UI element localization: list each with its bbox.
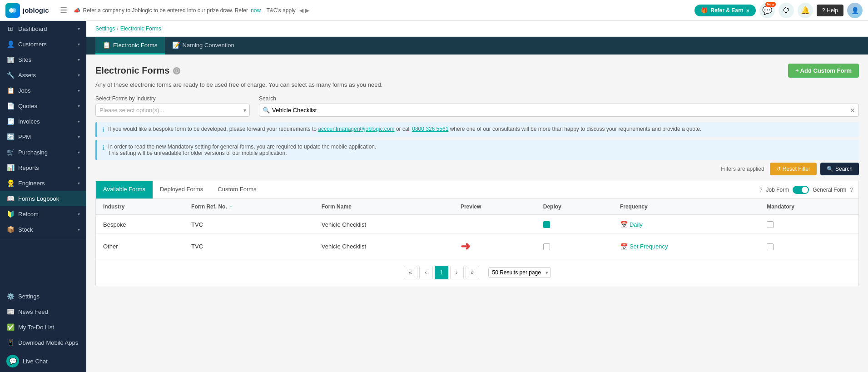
- industry-filter-group: Select Forms by Industry Please select o…: [95, 95, 250, 117]
- chat-icon-btn[interactable]: 💬 New: [759, 3, 775, 18]
- cell-form-name: Vehicle Checklist: [314, 215, 453, 234]
- nav-arrows[interactable]: ◀ ▶: [299, 7, 309, 14]
- frequency-link[interactable]: 📅 Daily: [620, 221, 752, 228]
- search-button[interactable]: 🔍 Search: [820, 163, 859, 175]
- notification-icon-btn[interactable]: 🔔: [798, 3, 813, 18]
- per-page-select[interactable]: 50 Results per page: [488, 267, 551, 278]
- sidebar-item-quotes[interactable]: 📄 Quotes ▾: [0, 98, 86, 114]
- sub-tab-deployed-forms[interactable]: Deployed Forms: [153, 181, 210, 198]
- set-frequency-link[interactable]: 📅 Set Frequency: [620, 243, 752, 250]
- info-banner-1-text: If you would like a bespoke form to be d…: [108, 126, 701, 132]
- stock-icon: 📦: [6, 226, 15, 233]
- logo[interactable]: joblogic: [5, 3, 49, 18]
- sidebar-item-ppm[interactable]: 🔄 PPM ▾: [0, 129, 86, 144]
- page-1-button[interactable]: 1: [435, 266, 448, 279]
- col-form-name: Form Name: [314, 199, 453, 215]
- sub-tab-available-forms[interactable]: Available Forms: [96, 181, 153, 198]
- sidebar-item-news-feed[interactable]: 📰 News Feed: [0, 304, 86, 319]
- col-form-ref[interactable]: Form Ref. No. ↑: [184, 199, 314, 215]
- sidebar-item-my-to-do-list[interactable]: ✅ My To-Do List: [0, 319, 86, 335]
- sidebar-item-dashboard[interactable]: ⊞ Dashboard ▾: [0, 21, 86, 36]
- sidebar-item-reports[interactable]: 📊 Reports ▾: [0, 160, 86, 175]
- timer-icon-btn[interactable]: ⏱: [779, 3, 794, 18]
- electronic-forms-tab-label: Electronic Forms: [113, 42, 158, 49]
- search-input[interactable]: [259, 104, 859, 117]
- announce-icon: 📣: [74, 7, 80, 14]
- general-form-label: General Form: [813, 187, 846, 193]
- tab-naming-convention[interactable]: 📝 Naming Convention: [165, 37, 242, 55]
- mandatory-checkbox-2[interactable]: [767, 243, 774, 250]
- table-header: Industry Form Ref. No. ↑ Form Name Previ…: [96, 199, 858, 215]
- live-chat-button[interactable]: 💬 Live Chat: [0, 350, 86, 372]
- reports-icon: 📊: [6, 164, 15, 171]
- info-banner-2: ℹ In order to read the new Mandatory set…: [95, 140, 859, 160]
- sidebar-item-purchasing[interactable]: 🛒 Purchasing ▾: [0, 144, 86, 160]
- breadcrumb-parent[interactable]: Settings: [95, 25, 115, 32]
- reset-filter-button[interactable]: ↺ Reset Filter: [770, 163, 817, 175]
- mandatory-checkbox[interactable]: [767, 221, 774, 228]
- sidebar-label-jobs: Jobs: [18, 87, 30, 94]
- refer-earn-button[interactable]: 🎁 Refer & Earn »: [694, 5, 755, 16]
- sidebar-label-engineers: Engineers: [18, 180, 45, 187]
- col-deploy: Deploy: [536, 199, 613, 215]
- cell-frequency: 📅 Daily: [613, 215, 759, 234]
- col-industry: Industry: [96, 199, 184, 215]
- sub-tab-custom-forms[interactable]: Custom Forms: [210, 181, 263, 198]
- general-form-toggle[interactable]: [793, 186, 809, 194]
- sidebar-label-assets: Assets: [18, 72, 36, 79]
- cell-form-ref: TVC: [184, 215, 314, 234]
- sidebar-item-jobs[interactable]: 📋 Jobs ▾: [0, 83, 86, 98]
- chevron-icon: ▾: [78, 134, 80, 139]
- email-link[interactable]: accountmanager@joblogic.com: [318, 126, 394, 132]
- sidebar-label-download-mobile: Download Mobile Apps: [18, 339, 78, 346]
- avatar[interactable]: 👤: [847, 3, 863, 18]
- tabs-bar: 📋 Electronic Forms 📝 Naming Convention: [86, 37, 868, 55]
- sidebar-item-assets[interactable]: 🔧 Assets ▾: [0, 67, 86, 83]
- search-filter-label: Search: [259, 95, 859, 102]
- first-page-button[interactable]: «: [404, 266, 417, 279]
- phone-link[interactable]: 0800 326 5561: [412, 126, 448, 132]
- cell-mandatory: [759, 215, 858, 234]
- help-button[interactable]: ? Help: [817, 5, 843, 16]
- industry-select[interactable]: Please select option(s)...: [95, 104, 250, 117]
- settings-icon: ⚙️: [6, 293, 15, 300]
- col-frequency: Frequency: [613, 199, 759, 215]
- sidebar-item-download-mobile[interactable]: 📱 Download Mobile Apps: [0, 335, 86, 350]
- sidebar-item-stock[interactable]: 📦 Stock ▾: [0, 222, 86, 237]
- search-btn-icon: 🔍: [827, 166, 833, 172]
- sidebar-item-customers[interactable]: 👤 Customers ▾: [0, 36, 86, 52]
- last-page-button[interactable]: »: [466, 266, 479, 279]
- toggle-slider: [793, 186, 809, 194]
- layout: ⊞ Dashboard ▾ 👤 Customers ▾ 🏢 Sites ▾ 🔧 …: [0, 21, 868, 372]
- svg-point-1: [12, 8, 16, 13]
- prev-page-button[interactable]: ‹: [419, 266, 433, 279]
- search-clear-icon[interactable]: ✕: [850, 107, 855, 114]
- sidebar-label-dashboard: Dashboard: [18, 25, 47, 32]
- tab-electronic-forms[interactable]: 📋 Electronic Forms: [95, 37, 165, 55]
- chevron-icon: ▾: [78, 150, 80, 155]
- page-info-icon[interactable]: ⓘ: [173, 67, 180, 74]
- deploy-checkbox[interactable]: [543, 221, 550, 228]
- add-custom-form-button[interactable]: + Add Custom Form: [788, 64, 859, 78]
- sidebar-item-refcom[interactable]: 🔰 Refcom ▾: [0, 206, 86, 222]
- page-header: Electronic Forms ⓘ + Add Custom Form: [95, 64, 859, 78]
- red-arrow-indicator: ➜: [461, 239, 471, 253]
- logo-icon: [5, 3, 20, 18]
- table-row: Other TVC Vehicle Checklist ➜: [96, 234, 858, 259]
- table-wrapper: Available Forms Deployed Forms Custom Fo…: [95, 181, 859, 286]
- announcement-link[interactable]: now: [251, 7, 261, 14]
- sidebar-item-sites[interactable]: 🏢 Sites ▾: [0, 52, 86, 67]
- next-page-button[interactable]: ›: [450, 266, 464, 279]
- sidebar-label-forms-logbook: Forms Logbook: [18, 195, 59, 202]
- chevron-icon: ▾: [78, 104, 80, 109]
- sidebar-item-invoices[interactable]: 🧾 Invoices ▾: [0, 114, 86, 129]
- sidebar-item-settings[interactable]: ⚙️ Settings: [0, 288, 86, 304]
- content-area: Electronic Forms ⓘ + Add Custom Form Any…: [86, 55, 868, 295]
- col-preview: Preview: [453, 199, 536, 215]
- sidebar-item-engineers[interactable]: 👷 Engineers ▾: [0, 175, 86, 191]
- sidebar-label-purchasing: Purchasing: [18, 149, 48, 156]
- deploy-checkbox-2[interactable]: [543, 243, 550, 250]
- hamburger-icon[interactable]: ☰: [58, 4, 69, 17]
- sidebar-item-forms-logbook[interactable]: 📖 Forms Logbook: [0, 191, 86, 206]
- sidebar-label-ppm: PPM: [18, 134, 31, 140]
